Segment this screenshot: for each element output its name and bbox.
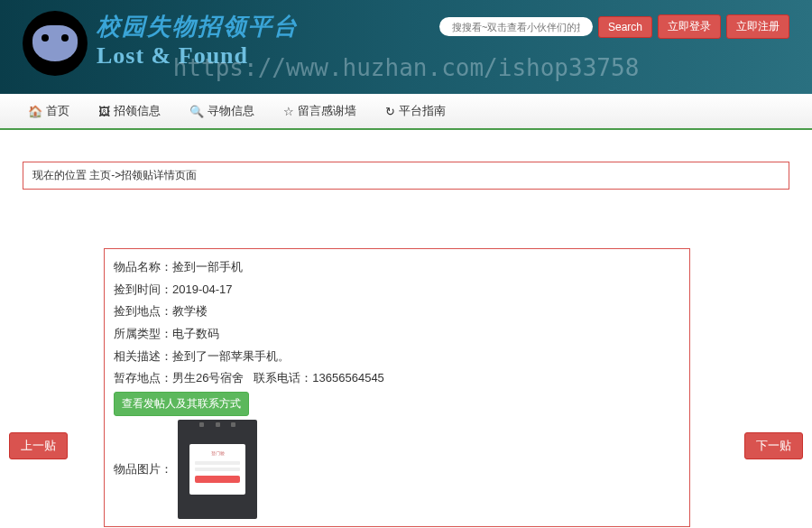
nav-icon: 🖼 [98,105,110,118]
content: 现在的位置 主页->招领贴详情页面 上一贴 下一贴 物品名称：捡到一部手机 捡到… [14,162,798,527]
nav-label: 招领信息 [114,103,161,119]
nav-item[interactable]: 🏠首页 [14,94,84,128]
view-contact-button[interactable]: 查看发帖人及其联系方式 [114,392,249,416]
item-type-value: 电子数码 [172,323,219,346]
breadcrumb: 现在的位置 主页->招领贴详情页面 [23,162,789,190]
logo-wrap: 校园失物招领平台 Lost & Found [23,11,299,76]
nav-label: 寻物信息 [208,103,254,119]
navbar: 🏠首页🖼招领信息🔍寻物信息☆留言感谢墙↻平台指南 [0,94,812,130]
item-type-label: 所属类型： [114,323,172,346]
nav-icon: 🏠 [28,105,42,118]
header: 校园失物招领平台 Lost & Found Search 立即登录 立即注册 h… [0,0,812,94]
item-name-label: 物品名称： [114,256,172,279]
nav-icon: ☆ [283,105,294,118]
login-button[interactable]: 立即登录 [658,14,721,39]
nav-item[interactable]: ↻平台指南 [371,94,460,128]
item-name-value: 捡到一部手机 [172,256,243,279]
next-button[interactable]: 下一贴 [744,432,803,459]
site-title-en: Lost & Found [97,42,299,69]
register-button[interactable]: 立即注册 [726,14,789,39]
found-time-label: 捡到时间： [114,279,172,301]
found-place-label: 捡到地点： [114,301,172,323]
store-label: 暂存地点： [114,367,172,390]
nav-label: 平台指南 [399,103,446,119]
found-place-value: 教学楼 [172,301,208,323]
detail-box: 物品名称：捡到一部手机 捡到时间：2019-04-17 捡到地点：教学楼 所属类… [104,248,690,527]
prev-button[interactable]: 上一贴 [9,432,68,459]
nav-icon: 🔍 [189,105,204,118]
image-label: 物品图片： [114,459,172,481]
nav-item[interactable]: ☆留言感谢墙 [269,94,371,128]
search-wrap [439,17,593,36]
breadcrumb-current: 招领贴详情页面 [121,169,197,181]
item-image: 登门验 [178,420,257,519]
desc-label: 相关描述： [114,346,172,368]
nav-label: 首页 [46,103,69,119]
nav-label: 留言感谢墙 [298,103,356,119]
store-value: 男生26号宿舍 [172,367,244,390]
phone-value: 13656564545 [312,367,384,390]
breadcrumb-home[interactable]: 主页 [89,169,111,181]
nav-icon: ↻ [385,105,395,118]
phone-label: 联系电话： [254,367,312,390]
logo-icon [23,11,88,76]
nav-item[interactable]: 🔍寻物信息 [175,94,269,128]
nav-item[interactable]: 🖼招领信息 [84,94,175,128]
search-input[interactable] [452,22,580,32]
search-button[interactable]: Search [598,16,652,38]
site-title-cn: 校园失物招领平台 [97,11,299,42]
found-time-value: 2019-04-17 [172,279,233,301]
desc-value: 捡到了一部苹果手机。 [172,346,290,368]
